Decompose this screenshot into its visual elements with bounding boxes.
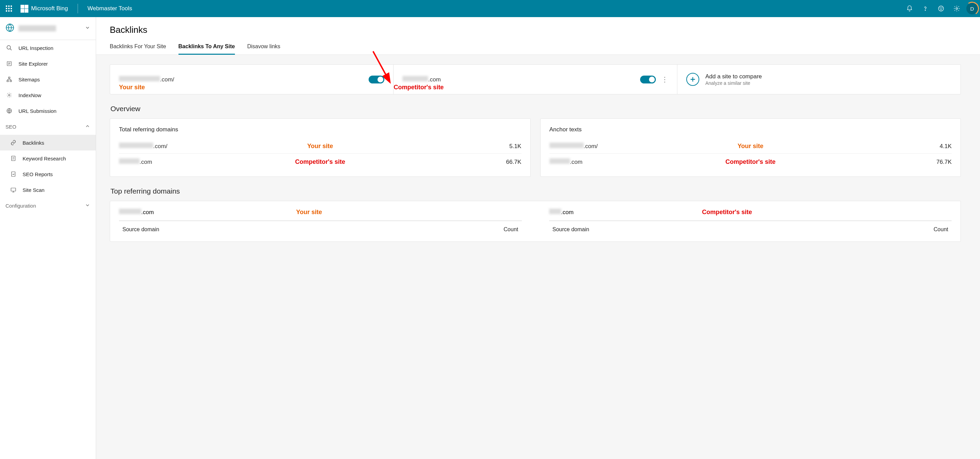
sidebar-item-label: SEO Reports — [22, 171, 52, 177]
site-picker[interactable] — [0, 17, 96, 40]
divider — [78, 4, 78, 13]
card-title: Anchor texts — [549, 126, 952, 133]
sidebar-item-url-inspection[interactable]: URL Inspection — [0, 40, 96, 56]
annotation-competitor-site: Competitor's site — [725, 158, 776, 166]
sidebar-item-label: IndexNow — [19, 92, 41, 98]
blurred-domain — [402, 76, 428, 81]
sidebar-item-keyword-research[interactable]: Keyword Research — [0, 150, 96, 166]
chevron-up-icon — [85, 123, 90, 130]
domain-suffix: .com/ — [160, 76, 174, 83]
metric-value: 76.7K — [937, 159, 951, 166]
sidebar-item-label: URL Inspection — [19, 45, 53, 51]
sidebar-item-indexnow[interactable]: IndexNow — [0, 87, 96, 103]
brand-webmaster-tools[interactable]: Webmaster Tools — [88, 5, 132, 12]
add-site-title: Add a site to compare — [705, 73, 762, 80]
blurred-domain — [119, 76, 160, 81]
domain-suffix: .com/ — [584, 143, 598, 150]
notifications-icon[interactable] — [902, 1, 917, 16]
svg-rect-8 — [8, 77, 10, 78]
annotation-your-site: Your site — [119, 84, 145, 91]
blurred-domain — [119, 143, 153, 148]
domain-suffix: .com/ — [153, 143, 167, 150]
add-site-subtitle: Analyze a similar site — [705, 80, 762, 86]
page-title: Backlinks — [110, 17, 980, 40]
svg-point-1 — [939, 6, 944, 11]
main-content: Backlinks Backlinks For Your Site Backli… — [96, 17, 980, 459]
svg-point-11 — [8, 94, 10, 96]
metric-row: .com Competitor's site 76.7K — [549, 153, 952, 169]
metric-value: 66.7K — [506, 159, 521, 166]
sidebar-item-site-scan[interactable]: Site Scan — [0, 182, 96, 198]
top-referring-heading: Top referring domains — [110, 187, 961, 195]
tabs: Backlinks For Your Site Backlinks To Any… — [96, 40, 980, 55]
blurred-domain — [549, 209, 561, 214]
metric-value: 4.1K — [940, 143, 951, 150]
domain-suffix: .com — [140, 159, 152, 166]
user-avatar[interactable]: D — [966, 3, 978, 14]
compare-competitor-site: .com Competitor's site ⋮ — [393, 65, 677, 94]
sidebar-item-label: Keyword Research — [22, 156, 66, 161]
domain-suffix: .com — [570, 159, 583, 166]
sidebar-item-backlinks[interactable]: Backlinks — [0, 135, 96, 150]
metric-row: .com Competitor's site 66.7K — [119, 153, 522, 169]
sidebar-item-label: URL Submission — [19, 108, 56, 114]
toggle-competitor-site[interactable] — [640, 76, 656, 83]
settings-icon[interactable] — [949, 1, 964, 16]
blurred-domain — [119, 209, 141, 214]
globe-icon — [5, 108, 13, 114]
metric-value: 5.1K — [509, 143, 522, 150]
blurred-domain — [549, 143, 584, 148]
tab-backlinks-to-any-site[interactable]: Backlinks To Any Site — [178, 40, 235, 54]
list-icon — [5, 61, 13, 67]
document-icon — [10, 155, 17, 161]
sidebar-item-url-submission[interactable]: URL Submission — [0, 103, 96, 119]
annotation-your-site: Your site — [296, 209, 322, 216]
top-bar: Microsoft Bing Webmaster Tools D — [0, 0, 980, 17]
svg-point-2 — [940, 8, 941, 8]
more-options-icon[interactable]: ⋮ — [661, 76, 668, 83]
annotation-competitor-site: Competitor's site — [295, 158, 345, 166]
sidebar-item-seo-reports[interactable]: SEO Reports — [0, 166, 96, 182]
sidebar-section-seo[interactable]: SEO — [0, 119, 96, 135]
compare-your-site: .com/ Your site — [110, 65, 393, 94]
tab-backlinks-for-your-site[interactable]: Backlinks For Your Site — [110, 40, 166, 54]
overview-heading: Overview — [110, 105, 961, 113]
tab-disavow-links[interactable]: Disavow links — [247, 40, 280, 54]
svg-rect-15 — [11, 188, 16, 191]
plus-icon — [686, 73, 699, 86]
sidebar-item-sitemaps[interactable]: Sitemaps — [0, 72, 96, 87]
gear-icon — [5, 92, 13, 98]
report-icon — [10, 171, 17, 177]
metric-row: .com/ Your site 5.1K — [119, 139, 522, 153]
annotation-your-site: Your site — [307, 143, 333, 150]
svg-rect-9 — [7, 80, 8, 82]
site-picker-label — [19, 26, 56, 32]
help-icon[interactable] — [918, 1, 933, 16]
monitor-icon — [10, 187, 17, 193]
annotation-your-site: Your site — [738, 143, 764, 150]
app-launcher-icon[interactable] — [2, 2, 16, 15]
sidebar-section-configuration[interactable]: Configuration — [0, 198, 96, 214]
sitemap-icon — [5, 76, 13, 83]
card-total-referring-domains: Total referring domains .com/ Your site … — [110, 118, 531, 177]
link-icon — [10, 140, 17, 146]
brand-bing-label: Microsoft Bing — [31, 5, 68, 12]
annotation-competitor-site: Competitor's site — [702, 209, 752, 216]
chevron-down-icon — [85, 25, 90, 32]
brand-bing[interactable]: Microsoft Bing — [21, 5, 68, 13]
sidebar-item-site-explorer[interactable]: Site Explorer — [0, 56, 96, 72]
toggle-your-site[interactable] — [369, 76, 384, 83]
svg-point-4 — [956, 8, 958, 10]
column-header-count: Count — [504, 226, 519, 233]
blurred-domain — [119, 158, 140, 164]
sidebar-item-label: Site Scan — [22, 187, 45, 193]
add-site-to-compare[interactable]: Add a site to compare Analyze a similar … — [677, 65, 961, 94]
annotation-competitor-site: Competitor's site — [394, 84, 444, 91]
sidebar-item-label: Sitemaps — [19, 76, 40, 83]
svg-rect-10 — [10, 80, 12, 82]
domain-suffix: .com — [428, 76, 441, 83]
column-header-source: Source domain — [552, 226, 590, 233]
svg-point-3 — [942, 8, 942, 8]
feedback-icon[interactable] — [934, 1, 948, 16]
svg-point-0 — [925, 10, 925, 10]
